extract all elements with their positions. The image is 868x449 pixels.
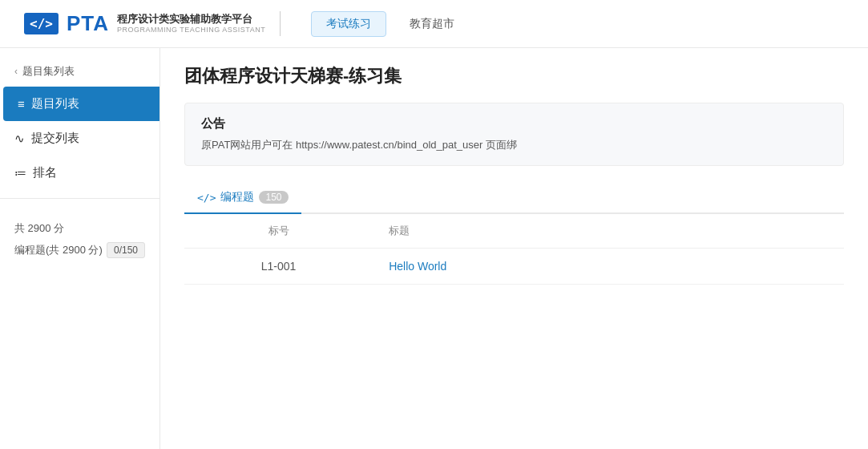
sidebar: ‹ 题目集列表 ≡ 题目列表 ∿ 提交列表 ≔ 排名 共 2900 分 编程题(… (0, 48, 160, 449)
sidebar-item-ranking-label: 排名 (33, 165, 57, 180)
sidebar-item-problem-list-label: 题目列表 (31, 96, 79, 111)
sidebar-item-submit-list[interactable]: ∿ 提交列表 (0, 121, 159, 156)
announcement-box: 公告 原PAT网站用户可在 https://www.patest.cn/bind… (184, 103, 844, 166)
logo-text: PTA (67, 11, 109, 36)
sidebar-item-submit-list-label: 提交列表 (31, 131, 79, 146)
sidebar-stats: 共 2900 分 编程题(共 2900 分) 0/150 (0, 207, 159, 263)
col-header-id: 标号 (184, 214, 373, 249)
sidebar-item-problem-list[interactable]: ≡ 题目列表 (3, 87, 159, 121)
announcement-title: 公告 (201, 116, 827, 131)
logo-subtitle-en: PROGRAMMING TEACHING ASSISTANT (117, 26, 265, 34)
logo-subtitle-cn: 程序设计类实验辅助教学平台 (117, 13, 265, 26)
tabs-bar: </> 编程题 150 (184, 182, 844, 214)
content-area: 团体程序设计天梯赛-练习集 公告 原PAT网站用户可在 https://www.… (160, 48, 868, 449)
table-row: L1-001 Hello World (184, 249, 844, 285)
page-title: 团体程序设计天梯赛-练习集 (184, 64, 844, 88)
main-layout: ‹ 题目集列表 ≡ 题目列表 ∿ 提交列表 ≔ 排名 共 2900 分 编程题(… (0, 48, 868, 449)
wave-icon: ∿ (14, 131, 25, 146)
sidebar-divider (0, 198, 159, 199)
prog-stat-row: 编程题(共 2900 分) 0/150 (14, 242, 145, 258)
col-header-title: 标题 (373, 214, 844, 249)
sidebar-item-ranking[interactable]: ≔ 排名 (0, 156, 159, 190)
announcement-text: 原PAT网站用户可在 https://www.patest.cn/bind_ol… (201, 138, 827, 152)
problem-title-cell[interactable]: Hello World (373, 249, 844, 285)
total-score-label: 共 2900 分 (14, 221, 145, 236)
prog-label: 编程题(共 2900 分) (14, 243, 103, 257)
sidebar-back-link[interactable]: ‹ 题目集列表 (0, 56, 159, 87)
tab-programming[interactable]: </> 编程题 150 (184, 182, 301, 214)
list-icon: ≡ (18, 97, 25, 111)
table-header-row: 标号 标题 (184, 214, 844, 249)
problem-id-cell: L1-001 (184, 249, 373, 285)
main-nav: 考试练习 教育超市 (311, 11, 470, 37)
tab-programming-label: 编程题 (220, 190, 254, 204)
announcement-body: 原PAT网站用户可在 https://www.patest.cn/bind_ol… (201, 139, 517, 151)
nav-edu-market[interactable]: 教育超市 (394, 11, 470, 37)
tab-count-badge: 150 (259, 191, 288, 204)
logo-area: </> PTA 程序设计类实验辅助教学平台 PROGRAMMING TEACHI… (24, 11, 281, 36)
code-icon: </> (197, 192, 216, 204)
logo-icon: </> (24, 13, 59, 34)
header: </> PTA 程序设计类实验辅助教学平台 PROGRAMMING TEACHI… (0, 0, 868, 48)
chevron-left-icon: ‹ (14, 66, 18, 77)
problem-table: 标号 标题 L1-001 Hello World (184, 214, 844, 285)
ranking-icon: ≔ (14, 166, 26, 180)
sidebar-back-label: 题目集列表 (22, 64, 75, 79)
nav-exam-practice[interactable]: 考试练习 (311, 11, 386, 37)
prog-badge: 0/150 (107, 242, 145, 258)
logo-subtitle: 程序设计类实验辅助教学平台 PROGRAMMING TEACHING ASSIS… (117, 13, 265, 34)
